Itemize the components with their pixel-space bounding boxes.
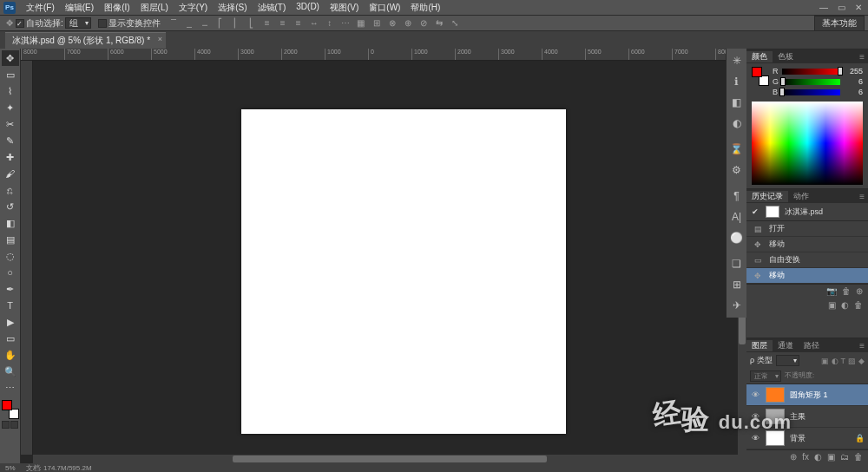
align-icon[interactable]: ⊘ — [418, 17, 430, 30]
scroll-thumb-h[interactable] — [233, 456, 547, 462]
gradient-tool[interactable]: ▤ — [2, 232, 19, 247]
menu-item[interactable]: 图层(L) — [135, 2, 174, 14]
align-icon[interactable]: ⊗ — [386, 17, 398, 30]
healing-tool[interactable]: ✚ — [2, 149, 19, 165]
collapsed-panel-icon[interactable]: ⊞ — [728, 276, 746, 293]
align-icon[interactable]: ⎣ — [246, 17, 258, 30]
channels-tab[interactable]: 通道 — [773, 340, 799, 351]
layer-kind-dropdown[interactable]: ⠀ — [776, 355, 799, 366]
window-max-button[interactable]: ▭ — [835, 3, 847, 12]
blend-mode-dropdown[interactable]: 正常 — [750, 370, 781, 382]
align-icon[interactable]: ⎡ — [214, 17, 227, 30]
workspace-switcher[interactable]: 基本功能 — [814, 16, 865, 31]
align-icon[interactable]: ↕ — [324, 17, 336, 30]
layer-filter-icon[interactable]: ◐ — [832, 357, 838, 365]
collapsed-panel-icon[interactable]: ¶ — [728, 187, 746, 205]
align-icon[interactable]: ⋯ — [339, 17, 352, 30]
dodge-tool[interactable]: ○ — [2, 265, 19, 280]
layers-footer-icon[interactable]: 🗂 — [840, 452, 849, 462]
menu-item[interactable]: 选择(S) — [213, 2, 252, 14]
history-step[interactable]: ▭自由变换 — [746, 252, 868, 268]
background-layer[interactable]: 👁 背景 🔒 — [746, 428, 868, 449]
foreground-swatch[interactable] — [752, 67, 762, 77]
collapsed-panel-icon[interactable]: ◧ — [728, 94, 746, 111]
channel-value[interactable]: 6 — [844, 77, 863, 86]
color-spectrum[interactable] — [752, 102, 863, 185]
auto-select-checkbox[interactable] — [16, 19, 24, 28]
panel-footer-icon[interactable]: ⊕ — [856, 286, 863, 296]
layers-tab[interactable]: 图层 — [746, 340, 773, 351]
footer-icon[interactable]: ▣ — [828, 300, 836, 310]
layers-footer-icon[interactable]: fx — [802, 452, 809, 462]
stamp-tool[interactable]: ⎌ — [2, 182, 19, 198]
menu-item[interactable]: 窗口(W) — [364, 2, 405, 14]
align-icon[interactable]: ⊞ — [371, 17, 383, 30]
foreground-swatch[interactable] — [2, 400, 12, 410]
menu-item[interactable]: 文字(Y) — [174, 2, 213, 14]
layers-footer-icon[interactable]: ◐ — [814, 452, 822, 462]
panel-menu-icon[interactable]: ≡ — [856, 341, 868, 351]
window-min-button[interactable]: — — [818, 3, 830, 12]
collapsed-panel-icon[interactable]: ✈ — [728, 297, 746, 314]
history-snapshot[interactable]: ✔ 冰淇淋.psd — [746, 203, 868, 221]
layer-filter-icon[interactable]: ▧ — [848, 357, 856, 365]
menu-item[interactable]: 文件(F) — [21, 2, 60, 14]
show-transform-checkbox[interactable] — [98, 19, 107, 28]
color-slider[interactable] — [782, 69, 841, 75]
visibility-icon[interactable]: 👁 — [750, 412, 760, 421]
blur-tool[interactable]: ◌ — [2, 248, 19, 264]
history-step[interactable]: ▤打开 — [746, 221, 868, 237]
channel-value[interactable]: 255 — [844, 67, 863, 75]
history-step[interactable]: ✥移动 — [746, 237, 868, 252]
doc-size[interactable]: 文档: 174.7M/595.2M — [26, 463, 92, 473]
type-tool[interactable]: T — [2, 298, 19, 313]
brush-tool[interactable]: 🖌 — [2, 166, 19, 181]
swatches-tab[interactable]: 色板 — [773, 51, 799, 62]
screen-mode-icon[interactable] — [10, 421, 18, 429]
zoom-level[interactable]: 5% — [5, 464, 16, 472]
collapsed-panel-icon[interactable]: A| — [728, 208, 746, 226]
layer-item[interactable]: 👁圆角矩形 1 — [746, 384, 868, 406]
auto-select-dropdown[interactable]: 组 — [65, 17, 91, 29]
collapsed-panel-icon[interactable]: ✳ — [728, 52, 746, 69]
collapsed-panel-icon[interactable]: ⌛ — [728, 141, 746, 158]
history-tab[interactable]: 历史记录 — [746, 191, 788, 202]
menu-item[interactable]: 编辑(E) — [60, 2, 99, 14]
paths-tab[interactable]: 路径 — [799, 340, 825, 351]
channel-value[interactable]: 6 — [844, 88, 863, 96]
hand-tool[interactable]: ✋ — [2, 347, 19, 363]
collapsed-panel-icon[interactable]: ◐ — [728, 115, 746, 132]
align-icon[interactable]: ▦ — [355, 17, 367, 30]
collapsed-panel-icon[interactable]: ⚪ — [728, 229, 746, 246]
visibility-icon[interactable]: 👁 — [750, 434, 760, 442]
menu-item[interactable]: 滤镜(T) — [253, 2, 292, 14]
zoom-tool[interactable]: 🔍 — [2, 364, 19, 379]
eyedropper-tool[interactable]: ✎ — [2, 133, 19, 148]
panel-footer-icon[interactable]: 🗑 — [842, 286, 851, 296]
layers-footer-icon[interactable]: ▣ — [827, 452, 835, 462]
layers-footer-icon[interactable]: 🗑 — [854, 452, 863, 462]
actions-tab[interactable]: 动作 — [788, 191, 814, 202]
layers-footer-icon[interactable]: ⊕ — [790, 452, 797, 462]
layer-filter-icon[interactable]: ◆ — [858, 357, 865, 365]
visibility-icon[interactable]: 👁 — [750, 390, 760, 399]
canvas[interactable] — [241, 109, 566, 434]
color-slider[interactable] — [782, 79, 840, 85]
align-icon[interactable]: ↔ — [308, 17, 320, 30]
quick-mask-icon[interactable] — [2, 421, 10, 429]
align-icon[interactable]: ⇆ — [433, 17, 445, 30]
panel-footer-icon[interactable]: 📷 — [826, 286, 837, 296]
panel-menu-icon[interactable]: ≡ — [856, 52, 868, 62]
window-close-button[interactable]: ✕ — [852, 3, 865, 12]
close-tab-icon[interactable]: × — [158, 35, 162, 43]
pen-tool[interactable]: ✒ — [2, 281, 19, 297]
history-brush-tool[interactable]: ↺ — [2, 199, 19, 214]
footer-icon[interactable]: 🗑 — [854, 300, 863, 310]
footer-icon[interactable]: ◐ — [841, 300, 849, 310]
panel-menu-icon[interactable]: ≡ — [856, 192, 868, 201]
move-tool[interactable]: ✥ — [2, 50, 19, 66]
color-slider[interactable] — [781, 89, 840, 95]
align-icon[interactable]: ≡ — [261, 17, 273, 30]
align-icon[interactable]: ⎺ — [168, 17, 180, 30]
collapsed-panel-icon[interactable]: ℹ — [728, 73, 746, 90]
